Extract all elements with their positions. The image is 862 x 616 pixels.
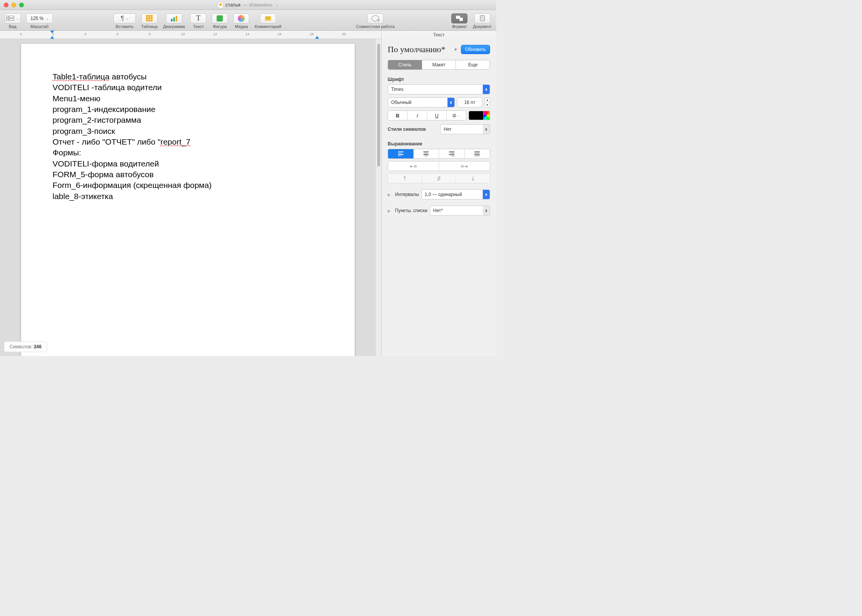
text-line[interactable]: VODITELI-форма водителей — [53, 158, 323, 169]
text-line[interactable]: Menu1-меню — [53, 93, 323, 104]
document-status: — Изменено — [243, 2, 272, 8]
update-style-button[interactable]: Обновить — [461, 45, 490, 54]
align-right-button[interactable] — [439, 149, 464, 158]
format-button[interactable]: Формат — [451, 13, 467, 29]
chevron-down-icon[interactable]: ▼ — [454, 47, 458, 52]
underline-button[interactable]: U — [427, 111, 446, 120]
indent-segment: ⇤≡ ≡⇥ — [388, 161, 490, 171]
align-justify-button[interactable] — [464, 149, 490, 158]
zoom-button[interactable]: 125 %⌄ Масштаб — [26, 13, 53, 29]
text-line[interactable]: FORM_5-форма автобусов — [53, 169, 323, 180]
text-line[interactable]: program_2-гистограмма — [53, 115, 323, 125]
ruler-tick: 2 — [52, 32, 54, 36]
inspector-tabs: Стиль Макет Еще — [388, 60, 490, 70]
insert-button[interactable]: ¶⌄ Вставить — [114, 13, 136, 29]
ruler-tick: 12 — [213, 32, 217, 36]
ruler-tick: 14 — [245, 32, 249, 36]
text-line[interactable]: Form_6-информация (скрещенная форма) — [53, 180, 323, 191]
chevron-down-icon: ⌄ — [275, 3, 278, 7]
font-section-label: Шрифт — [388, 77, 490, 82]
char-count: 246 — [34, 344, 41, 349]
alignment-label: Выравнивание — [388, 141, 490, 147]
font-size-stepper[interactable]: ▲▼ — [485, 97, 490, 107]
vertical-align-segment: ⤒ ⇵ ⤓ — [388, 173, 490, 183]
view-button[interactable]: ⌄ Вид — [5, 13, 21, 29]
right-margin-marker-icon[interactable] — [315, 36, 319, 39]
valign-top-button: ⤒ — [388, 174, 422, 183]
text-line[interactable]: Формы: — [53, 147, 323, 158]
text-color-swatch[interactable] — [469, 111, 490, 120]
text-line[interactable]: Отчет - либо "ОТЧЕТ" либо "report_7 — [53, 137, 323, 147]
tab-layout[interactable]: Макет — [422, 60, 456, 69]
text-style-segment: B I U ⚙︎⌄ — [388, 110, 466, 120]
text-line[interactable]: program_3-поиск — [53, 126, 323, 137]
indent-button[interactable]: ≡⇥ — [439, 161, 490, 171]
lists-row[interactable]: ▶ Пункты, списки Нет* — [388, 206, 490, 216]
comment-button[interactable]: Комментарий — [255, 13, 281, 29]
text-style-more-button[interactable]: ⚙︎⌄ — [446, 111, 466, 120]
ruler-tick: 20 — [342, 32, 346, 36]
document-icon — [218, 2, 223, 8]
align-left-button[interactable] — [388, 149, 413, 158]
window-controls — [4, 3, 24, 7]
valign-middle-button: ⇵ — [422, 174, 456, 183]
page[interactable]: Table1-таблица автобусыVODITELI -таблица… — [21, 44, 355, 356]
tab-style[interactable]: Стиль — [388, 60, 422, 69]
media-button[interactable]: Медиа — [233, 13, 249, 29]
document-button[interactable]: Документ — [473, 13, 492, 29]
tab-more[interactable]: Еще — [456, 60, 490, 69]
scroll-thumb[interactable] — [377, 44, 380, 166]
font-family-select[interactable]: Times — [388, 84, 490, 94]
char-styles-label: Стили символов — [388, 127, 438, 132]
paragraph-style-name[interactable]: По умолчанию* — [388, 44, 451, 54]
text-button[interactable]: T Текст — [190, 13, 206, 29]
shape-button[interactable]: Фигура — [212, 13, 228, 29]
text-line[interactable]: lable_8-этикетка — [53, 191, 323, 202]
ruler-row: 02468101214161820 Текст — [0, 31, 496, 39]
lists-select[interactable]: Нет* — [430, 206, 490, 216]
italic-button[interactable]: I — [407, 111, 427, 120]
zoom-value: 125 % — [30, 16, 43, 21]
scrollbar[interactable] — [376, 39, 381, 356]
ruler-tick: 8 — [149, 32, 151, 36]
document-name: статья — [225, 2, 240, 8]
toolbar: ⌄ Вид 125 %⌄ Масштаб ¶⌄ Вставить Таблица… — [0, 10, 496, 31]
status-bar: Символов: 246 — [4, 341, 47, 352]
format-inspector: По умолчанию* ▼ Обновить Стиль Макет Еще… — [381, 39, 496, 356]
font-size-field[interactable]: 16 пт — [457, 97, 482, 107]
text-line[interactable]: VODITELI -таблица водители — [53, 82, 323, 93]
chart-button[interactable]: Диаграмма — [163, 13, 185, 29]
font-style-select[interactable]: Обычный — [388, 97, 455, 107]
window-title[interactable]: статья — Изменено ⌄ — [218, 2, 278, 8]
horizontal-ruler[interactable]: 02468101214161820 — [0, 31, 381, 39]
align-center-button[interactable] — [413, 149, 439, 158]
text-line[interactable]: program_1-индексирование — [53, 104, 323, 115]
window-titlebar: статья — Изменено ⌄ — [0, 0, 496, 10]
collaborate-button[interactable]: Совместная работа — [356, 13, 395, 29]
spacing-row[interactable]: ▶ Интервалы 1,0 — одинарный — [388, 189, 490, 199]
ruler-tick: 6 — [117, 32, 118, 36]
indent-marker-bot-icon[interactable] — [50, 36, 54, 39]
document-canvas[interactable]: Table1-таблица автобусыVODITELI -таблица… — [0, 39, 376, 356]
ruler-tick: 10 — [181, 32, 185, 36]
alignment-segment — [388, 149, 490, 159]
ruler-tick: 16 — [278, 32, 281, 36]
maximize-icon[interactable] — [19, 3, 24, 7]
view-label: Вид — [9, 24, 16, 29]
minimize-icon[interactable] — [12, 3, 16, 7]
status-label: Символов: — [10, 344, 33, 349]
outdent-button[interactable]: ⇤≡ — [388, 161, 439, 171]
valign-bottom-button: ⤓ — [456, 174, 490, 183]
ruler-tick: 0 — [20, 32, 22, 36]
disclosure-triangle-icon[interactable]: ▶ — [388, 209, 391, 213]
disclosure-triangle-icon[interactable]: ▶ — [388, 193, 391, 197]
main-area: Table1-таблица автобусыVODITELI -таблица… — [0, 39, 496, 356]
bold-button[interactable]: B — [388, 111, 407, 120]
zoom-label: Масштаб — [30, 24, 48, 29]
ruler-tick: 18 — [310, 32, 314, 36]
spacing-select[interactable]: 1,0 — одинарный — [421, 189, 490, 199]
close-icon[interactable] — [4, 3, 8, 7]
char-styles-select[interactable]: Нет — [440, 124, 490, 134]
table-button[interactable]: Таблица — [141, 13, 158, 29]
text-line[interactable]: Table1-таблица автобусы — [53, 71, 323, 82]
